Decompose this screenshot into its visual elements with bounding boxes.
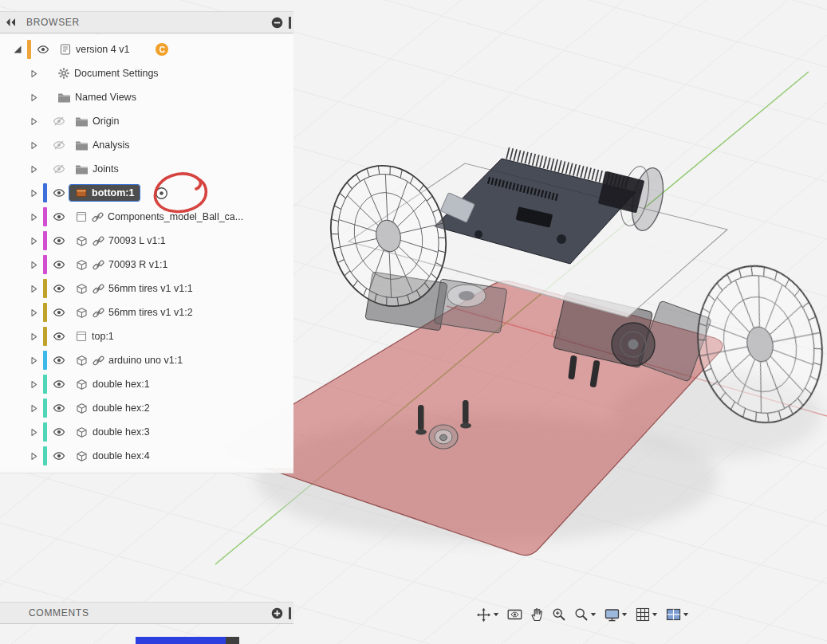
expand-arrow-icon[interactable] (27, 380, 40, 389)
selection-radio-icon[interactable] (154, 186, 169, 201)
item-name-cell[interactable]: Origin (69, 114, 124, 129)
item-name-cell[interactable]: Analysis (69, 138, 136, 153)
visibility-toggle-icon[interactable] (52, 282, 66, 295)
expand-arrow-icon[interactable] (27, 261, 40, 269)
viewports-button[interactable] (662, 606, 693, 623)
color-swatch[interactable] (43, 351, 47, 370)
panel-resize-grip[interactable] (289, 17, 291, 29)
browser-item-70093-r-v1-1[interactable]: 70093 R v1:1 (0, 253, 293, 277)
item-name-cell[interactable]: version 4 v1 (53, 41, 135, 57)
visibility-toggle-icon[interactable] (52, 234, 66, 247)
expand-arrow-icon[interactable] (27, 428, 40, 437)
item-name-cell[interactable]: top:1 (69, 328, 120, 344)
expand-comments-button[interactable] (271, 607, 283, 619)
item-name-cell[interactable]: arduino uno v1:1 (69, 352, 188, 369)
expand-arrow-icon[interactable] (11, 45, 24, 54)
item-name-cell[interactable]: Named Views (52, 90, 142, 105)
color-swatch[interactable] (27, 40, 31, 59)
item-name-cell[interactable]: 70093 L v1:1 (69, 233, 171, 249)
caret-down-icon[interactable] (493, 612, 499, 617)
color-swatch[interactable] (43, 255, 47, 274)
visibility-toggle-icon[interactable] (52, 426, 66, 438)
browser-item-bottom-1[interactable]: bottom:1 (0, 181, 293, 205)
collapse-panel-icon[interactable] (5, 18, 17, 27)
browser-item-origin[interactable]: Origin (0, 109, 293, 133)
collapse-all-button[interactable] (271, 17, 283, 29)
expand-arrow-icon[interactable] (27, 237, 40, 245)
pan-button[interactable] (526, 605, 548, 624)
visibility-toggle-icon[interactable] (52, 187, 66, 199)
color-swatch[interactable] (43, 231, 47, 250)
grid-and-snaps-button[interactable] (632, 605, 662, 624)
caret-down-icon[interactable] (590, 612, 597, 617)
caret-down-icon[interactable] (652, 612, 658, 617)
visibility-toggle-icon[interactable] (36, 43, 50, 56)
zoom-button[interactable] (548, 605, 570, 624)
browser-item-named-views[interactable]: Named Views (0, 85, 293, 109)
display-settings-button[interactable] (601, 606, 632, 624)
color-swatch[interactable] (43, 446, 47, 465)
expand-arrow-icon[interactable] (27, 404, 40, 413)
item-name-cell[interactable]: double hex:4 (69, 448, 156, 465)
expand-arrow-icon[interactable] (27, 141, 40, 150)
browser-item-version-4-v1[interactable]: version 4 v1C (0, 37, 293, 61)
item-name-cell[interactable]: double hex:2 (69, 400, 156, 417)
visibility-toggle-icon[interactable] (52, 258, 66, 271)
browser-item-56mm-tires-v1-v1-2[interactable]: 56mm tires v1 v1:2 (0, 300, 293, 324)
expand-arrow-icon[interactable] (27, 356, 40, 365)
visibility-toggle-icon[interactable] (52, 330, 66, 343)
color-swatch[interactable] (43, 375, 47, 394)
browser-item-analysis[interactable]: Analysis (0, 133, 293, 157)
browser-item-document-settings[interactable]: Document Settings (0, 61, 293, 85)
browser-item-70093-l-v1-1[interactable]: 70093 L v1:1 (0, 229, 293, 253)
browser-item-components-model-ball-ca[interactable]: Components_model_Ball_ca... (0, 205, 293, 229)
color-swatch[interactable] (43, 207, 47, 226)
browser-item-double-hex-3[interactable]: double hex:3 (0, 420, 293, 444)
visibility-toggle-icon[interactable] (52, 210, 66, 223)
item-name-cell[interactable]: double hex:3 (69, 424, 156, 441)
expand-arrow-icon[interactable] (27, 189, 40, 198)
expand-arrow-icon[interactable] (27, 213, 40, 222)
browser-item-double-hex-4[interactable]: double hex:4 (0, 444, 293, 468)
browser-item-top-1[interactable]: top:1 (0, 324, 293, 348)
expand-arrow-icon[interactable] (27, 69, 40, 78)
color-swatch[interactable] (43, 327, 47, 346)
color-swatch[interactable] (43, 279, 47, 298)
color-swatch[interactable] (43, 183, 47, 202)
caret-down-icon[interactable] (621, 612, 628, 617)
color-swatch[interactable] (43, 399, 47, 418)
item-name-cell[interactable]: Joints (69, 162, 124, 177)
browser-item-arduino-uno-v1-1[interactable]: arduino uno v1:1 (0, 348, 293, 372)
visibility-toggle-icon[interactable] (52, 139, 66, 151)
item-name-cell[interactable]: 56mm tires v1 v1:2 (69, 304, 199, 321)
browser-item-56mm-tires-v1-v1-1[interactable]: 56mm tires v1 v1:1 (0, 277, 293, 300)
browser-item-double-hex-2[interactable]: double hex:2 (0, 396, 293, 420)
item-name-cell[interactable]: bottom:1 (69, 185, 140, 201)
visibility-toggle-icon[interactable] (52, 354, 66, 367)
visibility-toggle-icon[interactable] (52, 450, 66, 462)
item-name-cell[interactable]: 70093 R v1:1 (69, 257, 173, 273)
color-swatch[interactable] (43, 422, 47, 442)
orbit-button[interactable] (472, 605, 503, 625)
visibility-toggle-icon[interactable] (52, 402, 66, 414)
expand-arrow-icon[interactable] (27, 332, 40, 341)
browser-item-double-hex-1[interactable]: double hex:1 (0, 372, 293, 396)
fit-button[interactable] (570, 605, 601, 624)
expand-arrow-icon[interactable] (27, 308, 40, 317)
visibility-toggle-icon[interactable] (52, 306, 66, 319)
visibility-toggle-icon[interactable] (52, 115, 66, 128)
expand-arrow-icon[interactable] (27, 93, 40, 102)
item-name-cell[interactable]: Components_model_Ball_ca... (69, 209, 249, 225)
visibility-toggle-icon[interactable] (52, 378, 66, 391)
expand-arrow-icon[interactable] (27, 117, 40, 126)
browser-item-joints[interactable]: Joints (0, 157, 293, 181)
expand-arrow-icon[interactable] (27, 285, 40, 293)
panel-resize-grip[interactable] (289, 607, 291, 619)
visibility-toggle-icon[interactable] (52, 163, 66, 175)
item-name-cell[interactable]: 56mm tires v1 v1:1 (69, 281, 199, 297)
caret-down-icon[interactable] (683, 612, 689, 617)
look-at-button[interactable] (503, 606, 526, 623)
item-name-cell[interactable]: double hex:1 (69, 376, 156, 393)
expand-arrow-icon[interactable] (27, 165, 40, 174)
expand-arrow-icon[interactable] (27, 452, 40, 461)
